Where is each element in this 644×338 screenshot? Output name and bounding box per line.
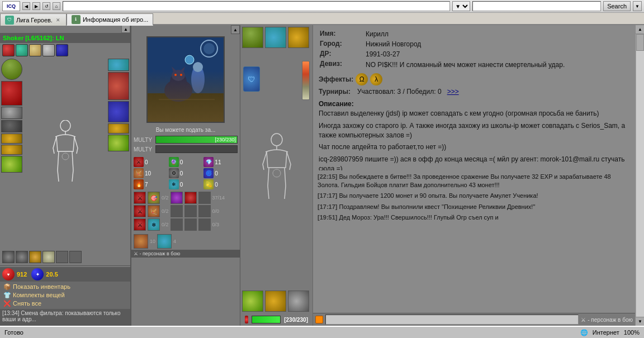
skill-icon-2[interactable]: ⚔ [134, 218, 146, 231]
tournaments-label: Турниры: [319, 88, 351, 96]
char-scroll-up[interactable]: ▲ [121, 25, 130, 33]
search-input[interactable] [472, 1, 601, 11]
chat-input[interactable] [325, 315, 579, 325]
slot-offhand[interactable] [108, 101, 129, 122]
slot-bracers[interactable] [1, 107, 22, 119]
icq-refresh-btn[interactable]: ↺ [42, 2, 50, 10]
stat-cell-0: ⚔ 0 [134, 157, 168, 167]
menu-unequip[interactable]: ❌ Снять все [1, 299, 129, 308]
skill-icon-2b[interactable]: ❄ [148, 218, 160, 231]
skill-icon-1[interactable]: ⚔ [134, 205, 146, 217]
char-icon-4[interactable] [56, 44, 68, 56]
desc-p-2: Чат после апдейта то работает,то нет =)) [319, 142, 629, 152]
desc-p-0: Поставил выделенку (jdsl) ip может совпа… [319, 109, 629, 118]
mid-scroll-up[interactable]: ▲ [231, 25, 240, 34]
slot-ring2-left[interactable] [1, 145, 22, 155]
slot-boots-right[interactable] [108, 135, 129, 151]
prof-slot-necklace[interactable] [265, 27, 286, 48]
scrollbar-thumb[interactable] [636, 34, 644, 51]
slot-acc-3[interactable] [29, 251, 41, 263]
tab-info-icon: ℹ [72, 15, 80, 24]
stat-icon-4[interactable]: ⚙ [169, 168, 179, 178]
skill-slot-0b[interactable] [184, 192, 197, 204]
stat-num-0: 0 [145, 159, 148, 165]
bottom-item-0[interactable] [134, 234, 148, 249]
char-icon-3[interactable] [42, 44, 55, 56]
stat-num-4: 0 [180, 170, 183, 177]
char-icon-2[interactable] [29, 44, 41, 56]
chat-text-3: Дед Мороз: Ура!!! Свершилось!!! Глупый О… [339, 214, 499, 221]
tab-info[interactable]: ℹ Информация об игро... [67, 13, 153, 26]
profile-bottom-equip [240, 289, 312, 313]
skill-slot-2c[interactable] [198, 218, 211, 231]
stat-num-6: 7 [145, 182, 148, 188]
skill-row-0: ⚔ 🎯 0/2 37/14 [134, 192, 238, 204]
slot-acc-2[interactable] [16, 251, 28, 263]
skill-slot-1a[interactable] [171, 205, 183, 217]
stat-icon-2[interactable]: 💎 [203, 157, 214, 167]
skill-slot-1b[interactable] [184, 205, 197, 217]
multy-bar-1: [230/230] [155, 136, 238, 144]
prof-slot-ring1[interactable] [288, 27, 309, 48]
info-motto-value: NO PI$K!!! И сломанный меч может нанести… [366, 60, 628, 70]
tab-liga-close[interactable]: ✕ [55, 17, 61, 23]
prof-slot-boots[interactable] [242, 291, 263, 312]
stat-icon-6[interactable]: 🔥 [134, 179, 144, 189]
skill-slot-1c[interactable] [198, 205, 211, 217]
info-bday-row: ДР: 1991-03-27 [320, 50, 628, 59]
stat-icon-1[interactable]: 🔮 [169, 157, 179, 167]
scrollbar-up-btn[interactable]: ▲ [636, 25, 644, 34]
scrollbar-track [636, 34, 644, 317]
slot-acc-6[interactable] [69, 251, 82, 263]
icq-back-btn[interactable]: ◀ [22, 2, 30, 10]
slot-weapon[interactable] [108, 72, 129, 100]
profile-scrollbar: ▲ ▼ [635, 25, 644, 326]
skill-slot-0c[interactable] [198, 192, 211, 204]
slot-boots-left[interactable] [1, 156, 22, 173]
skill-slot-0a[interactable] [171, 192, 183, 204]
stat-icon-7[interactable]: ❄ [169, 179, 179, 189]
slot-gloves[interactable] [1, 120, 22, 132]
skill-slot-2a[interactable] [171, 218, 183, 231]
char-icon-1[interactable] [16, 44, 28, 56]
stat-icon-0[interactable]: ⚔ [134, 157, 144, 167]
skill-slot-2b[interactable] [184, 218, 197, 231]
scrollbar-down-btn[interactable]: ▼ [636, 317, 644, 326]
stat-mp-value: 20.5 [46, 271, 58, 278]
search-dropdown[interactable]: ▼ [633, 1, 642, 11]
tournaments-link[interactable]: >>> [447, 88, 459, 96]
hp-bar [252, 316, 281, 323]
skill-icon-0b[interactable]: 🎯 [148, 192, 160, 204]
desc-p-1: Иногда захожу со старого ip. А также ино… [319, 121, 629, 140]
svg-point-22 [273, 169, 281, 177]
address-input[interactable] [63, 1, 450, 11]
skill-icon-1b[interactable]: 🏹 [148, 205, 160, 217]
stat-icon-5[interactable]: 🌀 [203, 168, 214, 178]
prof-slot-helm[interactable] [242, 27, 263, 48]
slot-acc-1[interactable] [2, 251, 15, 263]
icq-forward-btn[interactable]: ▶ [32, 2, 40, 10]
slot-acc-5[interactable] [56, 251, 68, 263]
stat-icon-8[interactable]: 💫 [203, 179, 214, 189]
svg-point-3 [62, 153, 69, 160]
menu-inventory[interactable]: 📦 Показать инвентарь [1, 283, 129, 291]
bottom-item-1[interactable] [157, 234, 172, 249]
menu-sets[interactable]: 👕 Комплекты вещей [1, 291, 129, 299]
address-dropdown[interactable]: ▼ [452, 1, 470, 11]
char-icon-0[interactable] [2, 44, 15, 56]
stat-icon-3[interactable]: 🏹 [134, 168, 144, 178]
prof-slot-ring2[interactable] [265, 291, 286, 312]
slot-ring-right[interactable] [108, 123, 129, 134]
char-silhouette [49, 120, 82, 187]
prof-slot-belt[interactable] [288, 291, 309, 312]
icq-home-btn[interactable]: ⌂ [53, 2, 60, 10]
skill-icon-0[interactable]: ⚔ [134, 192, 146, 204]
tab-liga[interactable]: 🛡 Лига Героев. ✕ [0, 13, 67, 26]
search-button[interactable]: Search [603, 1, 631, 11]
slot-ring-left[interactable] [1, 134, 22, 144]
slot-acc-4[interactable] [42, 251, 55, 263]
slot-helmet[interactable] [1, 59, 22, 80]
slot-armor[interactable] [1, 81, 22, 106]
slot-necklace[interactable] [108, 59, 129, 71]
prof-boots-visual: 🛡 [243, 66, 260, 92]
